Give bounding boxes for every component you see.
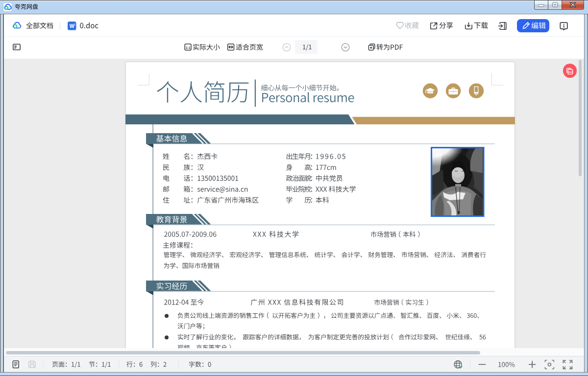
svg-text:PDF: PDF: [568, 71, 572, 73]
svg-text:1:1: 1:1: [186, 46, 191, 49]
svg-text:W: W: [70, 23, 74, 29]
